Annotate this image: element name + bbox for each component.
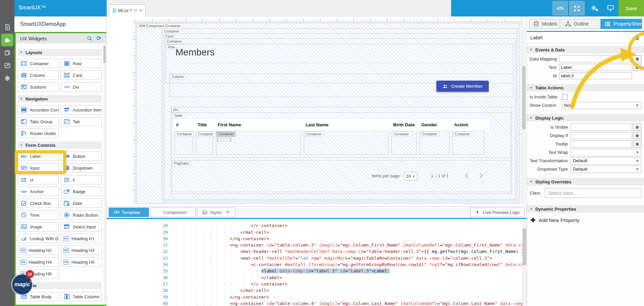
rail-item[interactable] bbox=[0, 72, 14, 85]
text-input[interactable] bbox=[559, 64, 632, 71]
search-icon[interactable] bbox=[86, 35, 93, 42]
widget-item[interactable]: Column bbox=[18, 71, 59, 80]
trash-icon[interactable] bbox=[634, 34, 641, 41]
table-column-header[interactable]: Action bbox=[452, 119, 484, 130]
table-cell-container[interactable]: Container bbox=[216, 131, 301, 155]
design-surface[interactable]: XPA Component Container Container Card C… bbox=[136, 22, 522, 204]
section-dynamic-properties[interactable]: ▼ Dynamic Properties bbox=[527, 205, 644, 213]
section-display-logic[interactable]: ▼ Display Logic bbox=[527, 114, 644, 122]
widget-item[interactable]: Check Box bbox=[18, 199, 59, 208]
widget-item[interactable]: Input bbox=[18, 163, 59, 173]
data-mapping-input[interactable] bbox=[559, 55, 632, 62]
property-panel-tab[interactable]: Outline bbox=[561, 19, 599, 29]
save-button[interactable]: Save bbox=[619, 0, 644, 16]
table-column-header[interactable]: Birth Date bbox=[391, 119, 417, 130]
cell-container-chip[interactable]: Container bbox=[392, 132, 411, 137]
widget-item[interactable]: </> Div bbox=[61, 82, 102, 92]
row-chip[interactable]: Row bbox=[166, 45, 177, 50]
class-select-input[interactable] bbox=[545, 188, 641, 198]
widget-item[interactable]: H1 Heading H1 bbox=[61, 234, 102, 243]
tab-refresh-icon[interactable]: ⟳ bbox=[134, 8, 138, 13]
table-cell-container[interactable]: Container bbox=[196, 131, 213, 155]
widget-item[interactable]: 00 Badge bbox=[61, 187, 102, 196]
widget-item[interactable]: H4 Heading H4 bbox=[18, 257, 59, 267]
section-styling-overrides[interactable]: ▼ Styling Overrides bbox=[527, 178, 644, 185]
widget-item[interactable]: Container bbox=[18, 59, 59, 68]
previous-page-icon[interactable] bbox=[463, 171, 471, 180]
gear-icon[interactable] bbox=[633, 55, 641, 62]
widget-item[interactable]: H3 Heading H3 bbox=[61, 246, 102, 255]
id-input[interactable] bbox=[559, 72, 632, 79]
expand-view-button[interactable] bbox=[569, 1, 585, 15]
table-column-header[interactable]: First Name bbox=[216, 119, 301, 130]
widget-item[interactable]: Tabs Group bbox=[18, 117, 59, 126]
scrollbar-thumb[interactable] bbox=[523, 228, 526, 265]
table-column-header[interactable]: Title bbox=[196, 119, 213, 130]
widget-item[interactable]: Dropdown bbox=[61, 163, 102, 173]
rail-item[interactable] bbox=[1, 34, 13, 46]
property-panel-tab[interactable]: PropertySheet bbox=[600, 19, 642, 29]
property-panel-tab[interactable]: Models bbox=[529, 19, 560, 29]
container-chip[interactable]: Container bbox=[162, 29, 181, 34]
table-column-header[interactable]: Last Name bbox=[304, 119, 388, 130]
rail-item[interactable] bbox=[0, 21, 14, 34]
widget-item[interactable]: Table Column bbox=[61, 292, 102, 301]
widget-item[interactable]: Row bbox=[61, 59, 102, 68]
text-transformation-select[interactable]: Default ▼ bbox=[571, 157, 641, 165]
widget-item[interactable]: Router Outlet bbox=[18, 129, 59, 138]
table-column-header[interactable]: Gender bbox=[420, 119, 449, 130]
live-preview-logs-button[interactable]: Live Preview Logs bbox=[470, 208, 525, 217]
table-chip[interactable]: Table bbox=[172, 113, 184, 118]
widget-item[interactable]: Lookup With De... bbox=[18, 234, 59, 243]
column-box[interactable]: Column Create Member bbox=[169, 74, 513, 97]
is-visible-input[interactable] bbox=[571, 124, 632, 131]
widget-item[interactable]: Subform bbox=[18, 82, 59, 92]
widget-item[interactable]: Tab bbox=[61, 117, 102, 126]
widget-item[interactable]: Card bbox=[61, 71, 102, 80]
table-cell-container[interactable]: Container bbox=[174, 131, 193, 155]
widget-section-header[interactable]: ▼ Table bbox=[18, 282, 102, 289]
refresh-icon[interactable]: ⟳ bbox=[96, 35, 102, 42]
widget-list-scrollbar[interactable] bbox=[104, 44, 106, 302]
cell-container-chip[interactable]: Container bbox=[217, 132, 235, 137]
dropdown-type-select[interactable]: Default ▼ bbox=[571, 166, 641, 173]
table-cell-container[interactable]: Container bbox=[391, 131, 417, 155]
cell-container-chip[interactable]: Container bbox=[175, 132, 194, 137]
section-table-actions[interactable]: ▼ Table Actions bbox=[527, 84, 644, 91]
cell-container-chip[interactable]: Container bbox=[420, 132, 439, 137]
create-member-button[interactable]: Create Member bbox=[436, 81, 489, 92]
code-tab[interactable]: </> Template bbox=[109, 208, 149, 217]
widget-item[interactable]: Date bbox=[61, 199, 102, 208]
table-cell-container[interactable]: Container bbox=[452, 131, 484, 155]
widget-item[interactable]: Radio Button bbox=[61, 210, 102, 220]
card-chip[interactable]: Card bbox=[164, 34, 175, 39]
widget-item[interactable]: Accordion Conta... bbox=[18, 105, 59, 115]
code-tab[interactable]: Styles ⟳ bbox=[197, 208, 235, 217]
widget-item[interactable]: Time bbox=[18, 210, 59, 220]
code-scrollbar[interactable] bbox=[522, 219, 527, 306]
add-new-property-button[interactable]: ✚ Add New Property bbox=[530, 217, 641, 223]
rail-item[interactable] bbox=[0, 46, 14, 59]
page-size-select[interactable]: 10 ▼ bbox=[404, 172, 417, 180]
widget-section-header[interactable]: ▼ Navigation bbox=[18, 95, 102, 102]
widget-item[interactable]: H5 Heading H5 bbox=[61, 257, 102, 267]
inner-container-chip[interactable]: Container bbox=[165, 39, 184, 44]
widget-item[interactable]: <a> Anchor bbox=[18, 187, 59, 196]
tab-mlist[interactable]: MList * ⟳ ✕ bbox=[109, 4, 146, 16]
display-if-input[interactable] bbox=[571, 132, 632, 139]
gear-icon[interactable] bbox=[633, 64, 641, 71]
widget-item[interactable]: Image bbox=[18, 222, 59, 231]
is-inside-table-checkbox[interactable] bbox=[562, 94, 568, 100]
gear-icon[interactable] bbox=[633, 140, 641, 147]
scrollbar-thumb[interactable] bbox=[522, 66, 526, 130]
cell-container-chip[interactable]: Container bbox=[197, 132, 215, 137]
widget-section-header[interactable]: ▼ Layouts bbox=[18, 49, 102, 56]
selected-label-element[interactable] bbox=[217, 138, 231, 141]
widget-item[interactable]: Table Body bbox=[18, 292, 59, 301]
next-page-icon[interactable] bbox=[477, 171, 485, 180]
cell-container-chip[interactable]: Container bbox=[305, 132, 323, 137]
widget-item[interactable]: H6 Heading H6 bbox=[18, 269, 59, 278]
show-control-select[interactable]: None ▼ bbox=[562, 102, 641, 109]
widget-item[interactable]: H2 Heading H2 bbox=[18, 246, 59, 255]
canvas-scrollbar[interactable] bbox=[522, 22, 526, 204]
